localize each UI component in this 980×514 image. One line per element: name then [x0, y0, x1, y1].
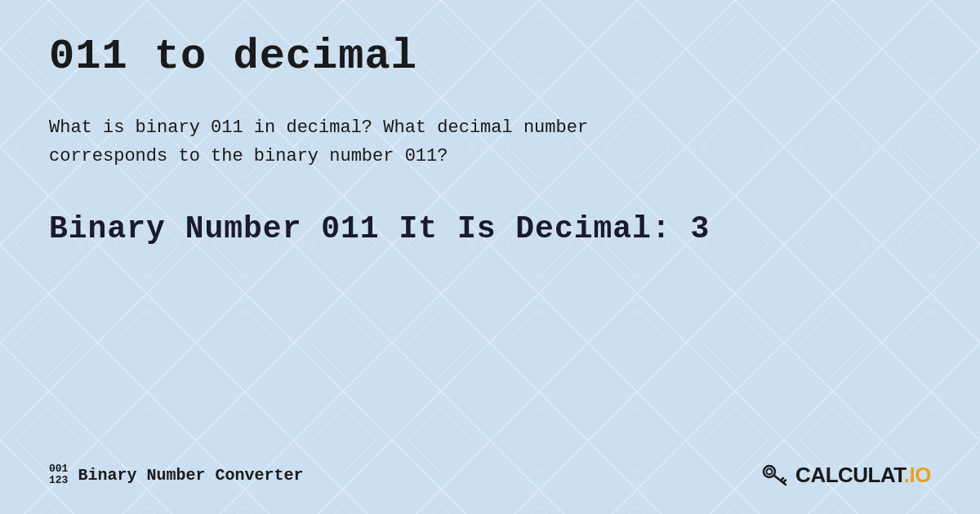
page-title: 011 to decimal	[49, 33, 931, 81]
description-text: What is binary 011 in decimal? What deci…	[49, 113, 784, 171]
description-line1: What is binary 011 in decimal? What deci…	[49, 117, 588, 138]
description-line2: corresponds to the binary number 011?	[49, 146, 448, 166]
result-section: Binary Number 011 It Is Decimal: 3	[49, 211, 931, 246]
logo-bottom: 123	[49, 475, 68, 486]
footer-right: CALCULAT.IO	[760, 460, 931, 490]
svg-point-7	[767, 469, 773, 475]
logo-numbers: 001 123	[49, 463, 68, 487]
calculat-logo: CALCULAT.IO	[795, 463, 931, 488]
dot-io: .IO	[904, 463, 931, 487]
svg-line-10	[783, 481, 786, 483]
logo-top: 001	[49, 463, 68, 475]
key-icon	[760, 460, 789, 490]
footer: 001 123 Binary Number Converter CALCULAT…	[49, 444, 931, 490]
footer-brand-name: Binary Number Converter	[78, 466, 303, 485]
result-text: Binary Number 011 It Is Decimal: 3	[49, 211, 931, 246]
svg-line-9	[781, 478, 783, 481]
